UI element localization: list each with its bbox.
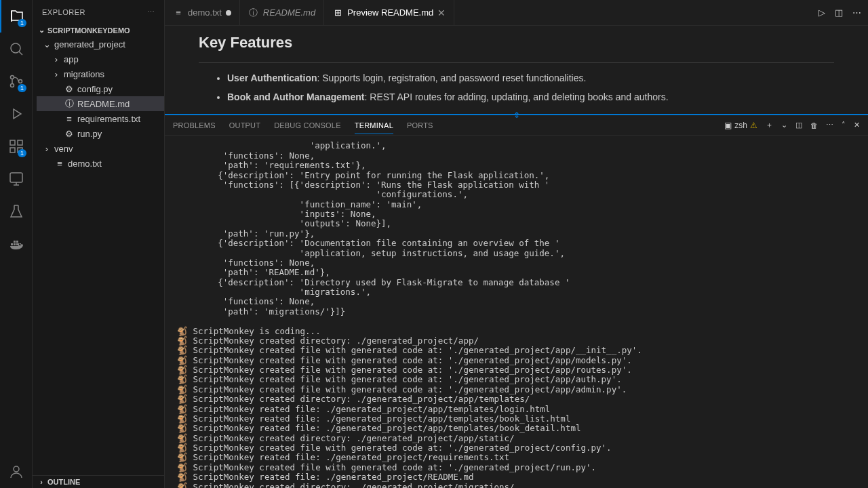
file-icon: ⚙ [64, 129, 75, 139]
heading-divider [199, 62, 834, 63]
panel-resize-handle[interactable]: ⇕ [165, 114, 868, 115]
sidebar: EXPLORER ⋯ ⌄ SCRIPTMONKEYDEMO ⌄generated… [33, 0, 165, 488]
terminal-dropdown-icon[interactable]: ⌄ [781, 121, 787, 129]
warning-icon: ⚠ [750, 121, 757, 130]
tree-item-label: demo.txt [68, 159, 102, 169]
twistie-icon: › [42, 144, 52, 154]
svg-rect-8 [10, 173, 22, 182]
preview-heading: Key Features [199, 34, 834, 52]
file-item[interactable]: ⓘREADME.md [37, 96, 164, 111]
svg-point-2 [10, 84, 14, 87]
sidebar-more-icon[interactable]: ⋯ [147, 7, 155, 16]
panel-tab-output[interactable]: OUTPUT [229, 121, 260, 129]
file-item[interactable]: ≡requirements.txt [37, 111, 164, 126]
tree-item-label: venv [54, 144, 73, 154]
main: ≡demo.txtⓘREADME.md⊞Preview README.md✕ ▷… [165, 0, 868, 488]
activity-scm[interactable]: 1 [0, 65, 32, 98]
svg-rect-4 [10, 140, 15, 145]
activity-extensions[interactable]: 1 [0, 130, 32, 163]
chevron-right-icon: › [37, 478, 46, 486]
file-item[interactable]: ⚙config.py [37, 81, 164, 96]
run-icon[interactable]: ▷ [818, 7, 825, 18]
tab-label: README.md [263, 7, 315, 18]
tab-file-icon: ⊞ [332, 7, 343, 18]
kill-terminal-icon[interactable]: 🗑 [810, 121, 818, 129]
activity-debug[interactable] [0, 98, 32, 130]
panel-tab-debug-console[interactable]: DEBUG CONSOLE [274, 121, 341, 129]
more-actions-icon[interactable]: ⋯ [852, 7, 861, 18]
dirty-indicator-icon [226, 10, 231, 16]
extensions-badge: 1 [18, 149, 26, 157]
sidebar-title: EXPLORER [42, 8, 85, 16]
activity-account[interactable] [0, 455, 32, 488]
tree-item-label: generated_project [54, 39, 125, 49]
workspace-section[interactable]: ⌄ SCRIPTMONKEYDEMO [33, 24, 164, 37]
file-tree: ⌄generated_project›app›migrations⚙config… [33, 37, 164, 171]
terminal-icon: ▣ [724, 121, 732, 130]
workspace-name: SCRIPTMONKEYDEMO [47, 26, 130, 35]
panel-tab-ports[interactable]: PORTS [407, 121, 433, 129]
tree-item-label: migrations [64, 69, 104, 79]
svg-point-1 [10, 76, 14, 79]
tree-item-label: README.md [77, 99, 130, 109]
terminal-output[interactable]: 'application.', 'functions': None, 'path… [165, 136, 868, 488]
file-icon: ≡ [54, 159, 65, 169]
file-item[interactable]: ⚙run.py [37, 126, 164, 141]
file-icon: ⚙ [64, 84, 75, 94]
outline-label: OUTLINE [47, 478, 80, 486]
panel-tab-terminal[interactable]: TERMINAL [355, 121, 393, 134]
feature-item: User Authentication: Supports login, reg… [227, 71, 834, 86]
activity-testing[interactable] [0, 195, 32, 228]
shell-name: zsh [734, 121, 747, 130]
preview-list: User Authentication: Supports login, reg… [199, 71, 834, 104]
editor-tab[interactable]: ⊞Preview README.md✕ [324, 0, 454, 25]
split-terminal-icon[interactable]: ◫ [795, 121, 802, 129]
bottom-panel: PROBLEMSOUTPUTDEBUG CONSOLETERMINALPORTS… [165, 115, 868, 488]
panel-more-icon[interactable]: ⋯ [826, 121, 833, 129]
terminal-shell-selector[interactable]: ▣ zsh ⚠ [724, 121, 757, 130]
editor-tab[interactable]: ⓘREADME.md [240, 0, 324, 25]
close-panel-icon[interactable]: ✕ [854, 121, 860, 129]
folder-item[interactable]: ›app [37, 52, 164, 66]
outline-section[interactable]: › OUTLINE [33, 475, 164, 488]
panel-actions: ▣ zsh ⚠ ＋ ⌄ ◫ 🗑 ⋯ ˄ ✕ [724, 120, 860, 130]
preview-pane: Key Features User Authentication: Suppor… [165, 26, 868, 114]
file-icon: ⓘ [64, 98, 75, 110]
tab-file-icon: ⓘ [248, 7, 259, 19]
file-item[interactable]: ≡demo.txt [37, 156, 164, 171]
tab-file-icon: ≡ [173, 7, 184, 18]
feature-item: Book and Author Management: REST API rou… [227, 90, 834, 105]
chevron-down-icon: ⌄ [37, 26, 46, 35]
maximize-panel-icon[interactable]: ˄ [842, 121, 846, 129]
tab-label: demo.txt [188, 7, 222, 18]
tree-item-label: config.py [77, 84, 113, 94]
activity-search[interactable] [0, 33, 32, 65]
panel-tab-problems[interactable]: PROBLEMS [173, 121, 216, 129]
twistie-icon: › [52, 69, 61, 79]
explorer-badge: 1 [18, 19, 26, 27]
tab-label: Preview README.md [347, 7, 433, 18]
twistie-icon: ⌄ [42, 39, 52, 49]
activity-remote[interactable] [0, 163, 32, 195]
tab-actions: ▷ ◫ ⋯ [812, 0, 868, 25]
folder-item[interactable]: ›venv [37, 141, 164, 156]
resize-grip-icon: ⇕ [513, 110, 520, 120]
activity-explorer[interactable]: 1 [0, 0, 32, 33]
twistie-icon: › [52, 54, 61, 64]
sidebar-header: EXPLORER ⋯ [33, 0, 164, 24]
tab-bar: ≡demo.txtⓘREADME.md⊞Preview README.md✕ ▷… [165, 0, 868, 26]
scm-badge: 1 [18, 84, 26, 92]
svg-point-3 [18, 80, 22, 83]
activity-bar: 1 1 1 [0, 0, 33, 488]
close-tab-icon[interactable]: ✕ [437, 7, 446, 18]
split-editor-icon[interactable]: ◫ [835, 7, 843, 18]
editor-tab[interactable]: ≡demo.txt [165, 0, 240, 25]
svg-point-9 [14, 466, 19, 472]
folder-item[interactable]: ⌄generated_project [37, 37, 164, 52]
svg-point-0 [11, 43, 20, 53]
activity-docker[interactable] [0, 228, 32, 260]
tree-item-label: app [64, 54, 79, 64]
new-terminal-icon[interactable]: ＋ [766, 120, 773, 130]
folder-item[interactable]: ›migrations [37, 66, 164, 81]
svg-rect-6 [10, 148, 15, 152]
